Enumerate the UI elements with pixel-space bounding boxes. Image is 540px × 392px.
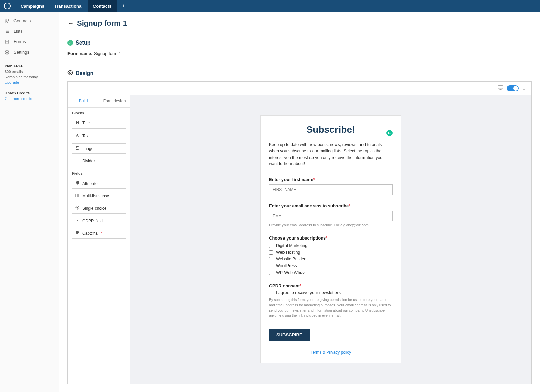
gear-icon	[5, 50, 9, 55]
checkbox-input[interactable]	[269, 250, 273, 255]
checkbox-icon	[75, 218, 80, 223]
builder-panel: Build Form design Blocks HTitle⋮ AText⋮ …	[68, 95, 130, 384]
subscriptions-field: Choose your subscriptions* Digital Marke…	[269, 235, 393, 275]
email-hint: Provide your email address to subscribe.…	[269, 223, 393, 227]
subscribe-button[interactable]: SUBSCRIBE	[269, 329, 310, 341]
lists-icon	[5, 29, 9, 34]
svg-point-13	[69, 72, 71, 73]
field-single-choice[interactable]: Single choice⋮	[72, 203, 126, 214]
subscription-option[interactable]: Digital Marketing	[269, 243, 393, 248]
checkbox-input[interactable]	[269, 271, 273, 275]
svg-rect-25	[76, 195, 76, 196]
top-nav: Campaigns Transactional Contacts +	[0, 0, 540, 12]
checkbox-input[interactable]	[269, 257, 273, 261]
subscription-option[interactable]: Web Hosting	[269, 250, 393, 255]
block-divider[interactable]: —Divider⋮	[72, 156, 126, 166]
field-multilist[interactable]: Multi-list subsc..⋮	[72, 191, 126, 201]
subscription-option[interactable]: WordPress	[269, 263, 393, 268]
field-attribute[interactable]: Attribute⋮	[72, 178, 126, 189]
sidebar: Contacts Lists Forms Settings Plan FREE …	[0, 12, 59, 392]
firstname-input[interactable]	[269, 184, 393, 195]
design-heading: Design	[76, 70, 93, 76]
mobile-icon[interactable]	[522, 85, 526, 91]
checkbox-input[interactable]	[269, 264, 273, 268]
plan-remaining: Remaining for today	[5, 75, 54, 79]
field-captcha[interactable]: Captcha*⋮	[72, 228, 126, 239]
app-logo[interactable]	[3, 2, 11, 10]
block-title[interactable]: HTitle⋮	[72, 118, 126, 129]
page-title: Signup form 1	[77, 19, 127, 28]
credits-title: 0 SMS Credits	[5, 91, 54, 95]
image-icon	[75, 146, 80, 151]
form-preview: G Subscribe! Keep up to date with new po…	[260, 115, 401, 363]
design-toolbar	[68, 82, 531, 95]
setup-section-head: ✓ Setup	[68, 40, 532, 46]
nav-tab-transactional[interactable]: Transactional	[49, 0, 88, 12]
contacts-icon	[5, 19, 9, 23]
heading-icon: H	[75, 120, 80, 126]
firstname-field: Enter your first name*	[269, 177, 393, 195]
plan-label: Plan FREE	[5, 64, 54, 68]
preview-title: Subscribe!	[269, 124, 393, 135]
shield-icon	[75, 231, 80, 236]
block-text[interactable]: AText⋮	[72, 131, 126, 141]
drag-icon: ⋮	[120, 206, 124, 210]
back-arrow-icon[interactable]: ←	[68, 20, 74, 27]
sidebar-item-label: Forms	[14, 39, 26, 44]
sidebar-item-forms[interactable]: Forms	[0, 36, 59, 47]
firstname-label: Enter your first name*	[269, 177, 393, 182]
form-name-label: Form name:	[68, 51, 92, 56]
text-icon: A	[75, 133, 80, 139]
divider	[68, 63, 532, 63]
subscription-option[interactable]: Website Builders	[269, 257, 393, 261]
divider	[68, 33, 532, 33]
block-image[interactable]: Image⋮	[72, 143, 126, 154]
form-name-value: Signup form 1	[94, 51, 121, 56]
email-label: Enter your email address to subscribe*	[269, 203, 393, 208]
svg-rect-26	[76, 196, 76, 197]
svg-point-20	[77, 147, 77, 148]
drag-icon: ⋮	[120, 231, 124, 235]
gdpr-label: GPDR consent*	[269, 283, 393, 288]
device-toggle[interactable]	[507, 85, 519, 91]
upgrade-link[interactable]: Upgrade	[5, 80, 54, 84]
fields-label: Fields	[72, 171, 126, 175]
svg-point-11	[6, 52, 8, 53]
radio-icon	[75, 206, 80, 211]
divider-icon: —	[75, 159, 80, 163]
email-field: Enter your email address to subscribe* P…	[269, 203, 393, 227]
blocks-section: Blocks HTitle⋮ AText⋮ Image⋮ —Divider⋮	[68, 108, 130, 171]
terms-link[interactable]: Terms & Privacy policy	[310, 350, 351, 355]
checkbox-input[interactable]	[269, 291, 273, 295]
drag-icon: ⋮	[120, 134, 124, 138]
drag-icon: ⋮	[120, 181, 124, 185]
email-input[interactable]	[269, 211, 393, 221]
sidebar-item-settings[interactable]: Settings	[0, 47, 59, 57]
subscription-option[interactable]: WP Web Whizz	[269, 270, 393, 275]
terms-row: Terms & Privacy policy	[269, 349, 393, 355]
nav-add-button[interactable]: +	[117, 3, 130, 9]
checkbox-input[interactable]	[269, 244, 273, 248]
required-star: *	[101, 231, 103, 236]
desktop-icon[interactable]	[498, 85, 503, 91]
design-body: Build Form design Blocks HTitle⋮ AText⋮ …	[68, 95, 531, 384]
plan-emails: 300 emails	[5, 69, 54, 74]
sidebar-item-contacts[interactable]: Contacts	[0, 16, 59, 26]
drag-icon: ⋮	[120, 159, 124, 163]
nav-tab-contacts[interactable]: Contacts	[88, 0, 117, 12]
drag-icon: ⋮	[120, 194, 124, 198]
drag-icon: ⋮	[120, 219, 124, 223]
design-section-head: Design	[68, 70, 532, 76]
field-gdpr[interactable]: GDPR field⋮	[72, 216, 126, 226]
sidebar-item-lists[interactable]: Lists	[0, 26, 59, 36]
sms-credits: 0 SMS Credits Get more credits	[0, 88, 59, 104]
fields-section: Fields Attribute⋮ Multi-list subsc..⋮ Si…	[68, 171, 130, 244]
tab-build[interactable]: Build	[68, 95, 99, 107]
gdpr-checkbox-row[interactable]: I agree to receive your newsletters	[269, 290, 393, 295]
nav-tab-campaigns[interactable]: Campaigns	[16, 0, 49, 12]
circle-icon	[68, 70, 73, 76]
tab-form-design[interactable]: Form design	[99, 95, 130, 107]
credits-link[interactable]: Get more credits	[5, 96, 54, 101]
blocks-label: Blocks	[72, 111, 126, 115]
preview-description: Keep up to date with new posts, news, re…	[269, 142, 393, 167]
